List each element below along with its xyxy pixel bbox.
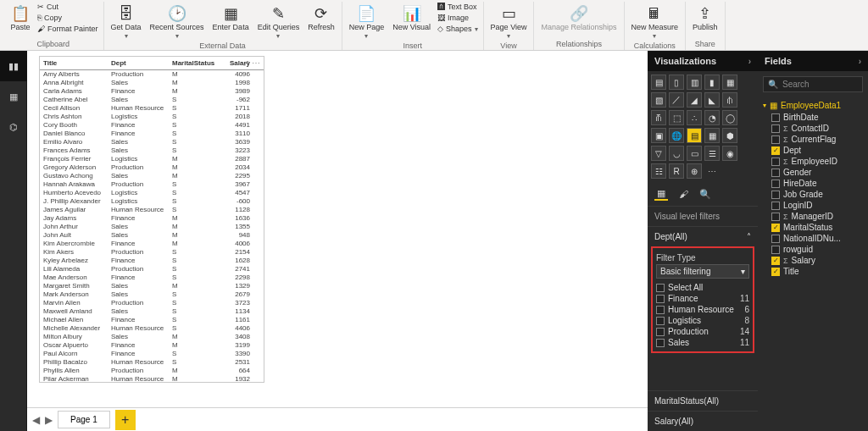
viz-treemap[interactable]: ▣ — [651, 128, 666, 143]
viz-combo[interactable]: ⫛ — [722, 92, 737, 108]
table-row[interactable]: J. Phillip AlexanderLogisticsS-600 — [40, 197, 264, 206]
filter-select-all[interactable]: Select All — [656, 282, 749, 293]
table-row[interactable]: Emilio AlvaroSalesS3639 — [40, 138, 264, 146]
field-item[interactable]: Gender — [763, 167, 863, 178]
table-row[interactable]: Michelle AlexanderHuman ResourceS4406 — [40, 324, 264, 333]
viz-donut[interactable]: ◯ — [722, 110, 737, 125]
fields-header[interactable]: Fields› — [758, 51, 868, 71]
edit-queries-button[interactable]: ✎Edit Queries — [254, 2, 303, 41]
table-row[interactable]: Oscar AlpuertoFinanceM3199 — [40, 341, 264, 350]
table-row[interactable]: Carla AdamsFinanceM3989 — [40, 87, 264, 96]
table-row[interactable]: Cecil AllisonHuman ResourceS1711 — [40, 104, 264, 113]
field-item[interactable]: ΣManagerID — [763, 211, 863, 222]
viz-area[interactable]: ◢ — [687, 92, 702, 108]
format-painter-button[interactable]: 🖌Format Painter — [36, 24, 100, 34]
viz-gauge[interactable]: ◡ — [669, 146, 684, 161]
viz-table[interactable]: ▤ — [687, 128, 702, 143]
viz-scatter[interactable]: ∴ — [687, 110, 702, 125]
field-item[interactable]: BirthDate — [763, 112, 863, 123]
table-row[interactable]: Paul AlcornFinanceS3390 — [40, 350, 264, 358]
shapes-button[interactable]: ◇Shapes — [436, 24, 480, 34]
manage-relationships-button[interactable]: 🔗Manage Relationships — [537, 2, 620, 34]
fields-search[interactable]: 🔍 Search — [763, 76, 863, 92]
table-row[interactable]: François FerrierLogisticsM2887 — [40, 155, 264, 163]
viz-waterfall[interactable]: ⬚ — [669, 110, 684, 125]
field-item[interactable]: ΣEmployeeID — [763, 156, 863, 167]
recent-sources-button[interactable]: 🕑Recent Sources — [147, 2, 208, 41]
table-row[interactable]: Hannah ArakawaProductionS3967 — [40, 180, 264, 189]
table-row[interactable]: Phillip BacalzoHuman ResourceS2531 — [40, 358, 264, 367]
page-tab[interactable]: Page 1 — [58, 411, 110, 428]
viz-map[interactable]: 🌐 — [669, 128, 684, 143]
table-row[interactable]: Amy AlbertsProductionM4096 — [40, 70, 264, 79]
viz-clustered-bar[interactable]: ▥ — [687, 75, 702, 90]
field-item[interactable]: rowguid — [763, 244, 863, 255]
filter-type-select[interactable]: Basic filtering▾ — [656, 264, 749, 279]
new-page-button[interactable]: 📄New Page — [346, 2, 388, 41]
field-item[interactable]: Dept — [763, 145, 863, 156]
table-row[interactable]: Kyley ArbelaezFinanceS1628 — [40, 257, 264, 265]
viz-r[interactable]: R — [669, 163, 684, 179]
add-page-button[interactable]: + — [115, 410, 136, 430]
table-row[interactable]: Pilar AckermanHuman ResourceM1932 — [40, 375, 264, 383]
viz-kpi[interactable]: ◉ — [722, 146, 737, 161]
table-row[interactable]: Frances AdamsSalesS3223 — [40, 146, 264, 155]
table-row[interactable]: Kim AbercrombieFinanceM4006 — [40, 240, 264, 248]
new-visual-button[interactable]: 📊New Visual — [389, 2, 434, 41]
table-row[interactable]: Cory BoothFinanceS4491 — [40, 121, 264, 130]
filter-option[interactable]: Human Resource6 — [656, 304, 749, 315]
page-view-button[interactable]: ▭Page View — [487, 2, 531, 41]
filter-option[interactable]: Sales11 — [656, 337, 749, 348]
table-row[interactable]: Catherine AbelSalesS-962 — [40, 96, 264, 104]
filter-option[interactable]: Finance11 — [656, 293, 749, 304]
table-row[interactable]: James AguilarHuman ResourceS1128 — [40, 206, 264, 214]
field-item[interactable]: ΣContactID — [763, 123, 863, 134]
viz-card[interactable]: ▭ — [687, 146, 702, 161]
table-row[interactable]: John ArthurSalesM1355 — [40, 223, 264, 231]
table-row[interactable]: Lili AlamedaProductionS2741 — [40, 265, 264, 274]
text-box-button[interactable]: 🅰Text Box — [436, 2, 480, 12]
report-canvas[interactable]: ⤢ ⋯ Title Dept MaritalStatus Salary Amy … — [27, 51, 648, 431]
copy-button[interactable]: ⎘Copy — [36, 13, 100, 23]
viz-stacked-bar[interactable]: ▤ — [651, 75, 666, 90]
viz-slicer[interactable]: ☷ — [651, 163, 666, 179]
field-item[interactable]: NationalIDNu... — [763, 233, 863, 244]
table-row[interactable]: Mae AndersonFinanceS2298 — [40, 274, 264, 282]
viz-combo2[interactable]: ⫚ — [651, 110, 666, 125]
table-node[interactable]: ▾ ▦ EmployeeData1 — [763, 99, 863, 112]
filter-option[interactable]: Production14 — [656, 326, 749, 337]
viz-filled-map[interactable]: ⬢ — [722, 128, 737, 143]
viz-pie[interactable]: ◔ — [704, 110, 720, 125]
page-next[interactable]: ▶ — [45, 414, 53, 426]
salary-filter-header[interactable]: Salary(All) — [648, 411, 758, 431]
paste-button[interactable]: 📋 Paste — [7, 2, 34, 34]
table-row[interactable]: Chris AshtonLogisticsS2018 — [40, 113, 264, 121]
field-item[interactable]: HireDate — [763, 178, 863, 189]
table-row[interactable]: Michael AllenFinanceS1161 — [40, 316, 264, 324]
refresh-button[interactable]: ⟳Refresh — [304, 2, 338, 41]
data-view-tab[interactable]: ▦ — [0, 81, 27, 112]
dept-filter-header[interactable]: Dept(All)˄ — [648, 226, 758, 246]
table-row[interactable]: Humberto AcevedoLogisticsS4547 — [40, 189, 264, 197]
viz-clustered-col[interactable]: ▮ — [704, 75, 720, 90]
table-row[interactable]: Daniel BlancoFinanceS3110 — [40, 130, 264, 138]
page-prev[interactable]: ◀ — [32, 414, 40, 426]
model-view-tab[interactable]: ⌬ — [0, 112, 27, 142]
cut-button[interactable]: ✂Cut — [36, 2, 100, 12]
visual-options[interactable]: ⤢ ⋯ — [242, 58, 260, 68]
table-row[interactable]: Milton AlburySalesM3408 — [40, 333, 264, 341]
marital-filter-header[interactable]: MaritalStatus(All) — [648, 390, 758, 411]
viz-funnel[interactable]: ▽ — [651, 146, 666, 161]
table-row[interactable]: John AultSalesM948 — [40, 231, 264, 240]
viz-multirow[interactable]: ☰ — [704, 146, 720, 161]
report-view-tab[interactable]: ▮▮ — [0, 51, 27, 81]
table-row[interactable]: Phyllis AllenProductionM664 — [40, 367, 264, 375]
format-tab-icon[interactable]: 🖌 — [676, 187, 690, 201]
get-data-button[interactable]: 🗄Get Data — [108, 2, 145, 41]
fields-tab-icon[interactable]: ▦ — [654, 187, 668, 201]
table-row[interactable]: Gustavo AchongSalesM2295 — [40, 172, 264, 180]
field-item[interactable]: ΣCurrentFlag — [763, 134, 863, 145]
table-row[interactable]: Kim AkersProductionS2154 — [40, 248, 264, 257]
table-visual[interactable]: ⤢ ⋯ Title Dept MaritalStatus Salary Amy … — [39, 56, 264, 383]
new-measure-button[interactable]: 🖩New Measure — [628, 2, 682, 41]
